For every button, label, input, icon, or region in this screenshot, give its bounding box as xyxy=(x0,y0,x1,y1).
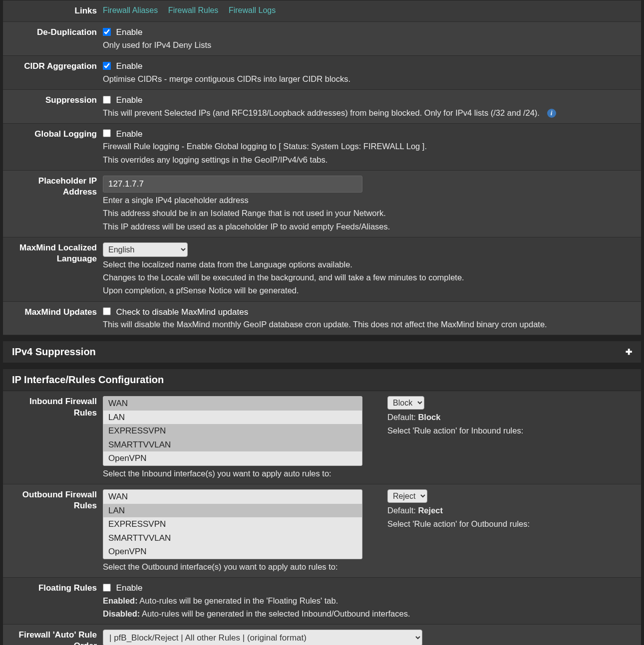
maxmind-updates-checkbox[interactable] xyxy=(103,307,111,315)
inbound-interface-list[interactable]: WAN LAN EXPRESSVPN SMARTTVVLAN OpenVPN xyxy=(103,396,362,466)
row-maxmind-lang: MaxMind Localized Language English Selec… xyxy=(3,237,641,302)
ipv4-suppression-header[interactable]: IPv4 Suppression ✚ xyxy=(3,341,641,363)
link-firewall-aliases[interactable]: Firewall Aliases xyxy=(103,6,158,14)
row-cidr-aggregation: CIDR Aggregation Enable Optimise CIDRs -… xyxy=(3,56,641,90)
list-item[interactable]: LAN xyxy=(103,504,362,518)
list-item[interactable]: OpenVPN xyxy=(103,545,362,559)
deduplication-checkbox[interactable] xyxy=(103,28,111,36)
maxmind-lang-help1: Select the localized name data from the … xyxy=(103,259,632,270)
floating-checkbox[interactable] xyxy=(103,584,111,592)
global-logging-checkbox[interactable] xyxy=(103,129,111,137)
row-suppression: Suppression Enable This will prevent Sel… xyxy=(3,90,641,124)
row-links: Links Firewall Aliases Firewall Rules Fi… xyxy=(3,0,641,22)
maxmind-lang-select[interactable]: English xyxy=(103,242,188,257)
row-global-logging: Global Logging Enable Firewall Rule logg… xyxy=(3,124,641,171)
label-floating: Floating Rules xyxy=(3,583,103,619)
row-deduplication: De-Duplication Enable Only used for IPv4… xyxy=(3,22,641,56)
floating-disabled-line: Disabled: Auto-rules will be generated i… xyxy=(103,608,632,619)
outbound-default: Default: Reject xyxy=(387,505,632,516)
ipv4-suppression-panel: IPv4 Suppression ✚ xyxy=(2,341,642,364)
info-icon[interactable]: i xyxy=(547,109,556,118)
suppression-checkbox[interactable] xyxy=(103,96,111,104)
deduplication-help: Only used for IPv4 Deny Lists xyxy=(103,39,632,50)
deduplication-enable-label: Enable xyxy=(116,27,143,37)
ip-interface-rules-title: IP Interface/Rules Configuration xyxy=(12,374,164,386)
link-firewall-rules[interactable]: Firewall Rules xyxy=(168,6,218,14)
maxmind-lang-help2: Changes to the Locale will be executed i… xyxy=(103,272,632,283)
label-outbound: Outbound Firewall Rules xyxy=(3,489,103,572)
label-global-logging: Global Logging xyxy=(3,129,103,165)
label-maxmind-lang: MaxMind Localized Language xyxy=(3,242,103,296)
list-item[interactable]: LAN xyxy=(103,411,362,425)
row-outbound-rules: Outbound Firewall Rules WAN LAN EXPRESSV… xyxy=(3,484,641,578)
outbound-interface-list[interactable]: WAN LAN EXPRESSVPN SMARTTVVLAN OpenVPN xyxy=(103,489,362,559)
label-placeholder-ip: Placeholder IP Address xyxy=(3,176,103,232)
list-item[interactable]: WAN xyxy=(103,397,362,411)
ip-configuration-panel: Links Firewall Aliases Firewall Rules Fi… xyxy=(2,0,642,336)
outbound-help: Select the Outbound interface(s) you wan… xyxy=(103,561,632,572)
row-floating-rules: Floating Rules Enable Enabled: Auto-rule… xyxy=(3,578,641,625)
label-maxmind-updates: MaxMind Updates xyxy=(3,307,103,330)
cidr-help: Optimise CIDRs - merge contiguous CIDRs … xyxy=(103,73,632,84)
list-item[interactable]: SMARTTVVLAN xyxy=(103,531,362,545)
maxmind-updates-help: This will disable the MaxMind monthly Ge… xyxy=(103,319,632,330)
label-rule-order: Firewall 'Auto' Rule Order xyxy=(3,630,103,645)
list-item[interactable]: SMARTTVVLAN xyxy=(103,438,362,452)
ip-interface-rules-header: IP Interface/Rules Configuration xyxy=(3,369,641,391)
global-logging-enable-label: Enable xyxy=(116,129,143,138)
list-item[interactable]: EXPRESSVPN xyxy=(103,424,362,438)
inbound-default: Default: Block xyxy=(387,412,632,423)
placeholder-ip-input[interactable] xyxy=(103,176,362,193)
outbound-action-help: Select 'Rule action' for Outbound rules: xyxy=(387,518,632,529)
link-firewall-logs[interactable]: Firewall Logs xyxy=(229,6,276,14)
floating-enabled-line: Enabled: Auto-rules will be generated in… xyxy=(103,595,632,606)
list-item[interactable]: EXPRESSVPN xyxy=(103,517,362,531)
suppression-help: This will prevent Selected IPs (and RFC1… xyxy=(103,107,632,118)
plus-icon[interactable]: ✚ xyxy=(626,347,632,357)
ipv4-suppression-title: IPv4 Suppression xyxy=(12,346,96,358)
inbound-action-help: Select 'Rule action' for Inbound rules: xyxy=(387,425,632,436)
inbound-action-select[interactable]: Block xyxy=(387,396,424,410)
label-cidr: CIDR Aggregation xyxy=(3,61,103,84)
global-logging-help1: Firewall Rule logging - Enable Global lo… xyxy=(103,141,632,152)
cidr-enable-label: Enable xyxy=(116,61,143,71)
maxmind-lang-help3: Upon completion, a pfSense Notice will b… xyxy=(103,285,632,296)
cidr-checkbox[interactable] xyxy=(103,62,111,70)
row-inbound-rules: Inbound Firewall Rules WAN LAN EXPRESSVP… xyxy=(3,391,641,484)
label-suppression: Suppression xyxy=(3,95,103,118)
suppression-enable-label: Enable xyxy=(116,95,143,105)
row-rule-order: Firewall 'Auto' Rule Order | pfB_Block/R… xyxy=(3,625,641,645)
label-deduplication: De-Duplication xyxy=(3,27,103,50)
list-item[interactable]: WAN xyxy=(103,490,362,504)
rule-order-select[interactable]: | pfB_Block/Reject | All other Rules | (… xyxy=(103,630,422,645)
label-inbound: Inbound Firewall Rules xyxy=(3,396,103,479)
floating-enable-label: Enable xyxy=(116,583,143,593)
inbound-help: Select the Inbound interface(s) you want… xyxy=(103,468,632,479)
outbound-action-select[interactable]: Reject xyxy=(387,489,427,503)
maxmind-updates-enable-label: Check to disable MaxMind updates xyxy=(116,307,249,316)
placeholder-help2: This address should be in an Isolated Ra… xyxy=(103,208,632,218)
row-maxmind-updates: MaxMind Updates Check to disable MaxMind… xyxy=(3,302,641,336)
placeholder-help3: This IP address will be used as a placeh… xyxy=(103,221,632,232)
global-logging-help2: This overrides any logging settings in t… xyxy=(103,154,632,165)
label-links: Links xyxy=(3,5,103,16)
ip-interface-rules-panel: IP Interface/Rules Configuration Inbound… xyxy=(2,369,642,645)
placeholder-help1: Enter a single IPv4 placeholder address xyxy=(103,195,632,206)
row-placeholder-ip: Placeholder IP Address Enter a single IP… xyxy=(3,171,641,237)
list-item[interactable]: OpenVPN xyxy=(103,451,362,465)
